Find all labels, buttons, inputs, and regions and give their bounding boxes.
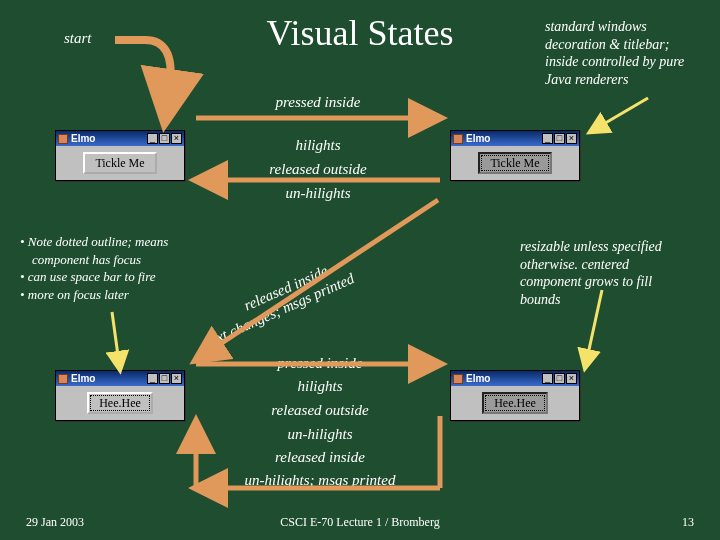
window-title: Elmo: [466, 373, 490, 384]
tickle-button-pressed[interactable]: Tickle Me: [478, 152, 551, 174]
minimize-button[interactable]: _: [542, 373, 553, 384]
note-line: • more on focus later: [20, 286, 210, 304]
window-title: Elmo: [71, 133, 95, 144]
window-heehee-left: Elmo _ □ × Hee.Hee: [55, 370, 185, 421]
heehee-button-pressed[interactable]: Hee.Hee: [482, 392, 548, 414]
note-line: • Note dotted outline; means: [20, 233, 210, 251]
titlebar[interactable]: Elmo _ □ ×: [451, 371, 579, 386]
window-title: Elmo: [466, 133, 490, 144]
annotation-released-outside: released outside: [253, 161, 383, 178]
note-line: component has focus: [20, 251, 210, 269]
close-button[interactable]: ×: [171, 133, 182, 144]
annotation2-released-outside: released outside: [250, 402, 390, 419]
close-button[interactable]: ×: [171, 373, 182, 384]
maximize-button[interactable]: □: [159, 133, 170, 144]
maximize-button[interactable]: □: [554, 133, 565, 144]
start-label: start: [64, 30, 92, 47]
svg-line-7: [590, 98, 648, 132]
java-icon: [58, 374, 68, 384]
annotation-top-right: standard windows decoration & titlebar; …: [545, 18, 690, 88]
annotation2-unhilights: un-hilights: [250, 426, 390, 443]
minimize-button[interactable]: _: [542, 133, 553, 144]
annotation-unhilights: un-hilights: [253, 185, 383, 202]
minimize-button[interactable]: _: [147, 373, 158, 384]
java-icon: [58, 134, 68, 144]
annotation-mid-right: resizable unless specified otherwise. ce…: [520, 238, 690, 308]
maximize-button[interactable]: □: [554, 373, 565, 384]
note-line: • can use space bar to fire: [20, 268, 210, 286]
window-heehee-right: Elmo _ □ × Hee.Hee: [450, 370, 580, 421]
footer-page: 13: [682, 515, 694, 530]
heehee-button[interactable]: Hee.Hee: [87, 392, 153, 414]
window-title: Elmo: [71, 373, 95, 384]
close-button[interactable]: ×: [566, 373, 577, 384]
footer-center: CSCI E-70 Lecture 1 / Bromberg: [0, 515, 720, 530]
titlebar[interactable]: Elmo _ □ ×: [451, 131, 579, 146]
java-icon: [453, 134, 463, 144]
annotation2-final: un-hilights; msgs printed: [220, 472, 420, 489]
titlebar[interactable]: Elmo _ □ ×: [56, 131, 184, 146]
minimize-button[interactable]: _: [147, 133, 158, 144]
svg-line-9: [112, 312, 120, 370]
window-hilighted: Elmo _ □ × Tickle Me: [450, 130, 580, 181]
window-start: Elmo _ □ × Tickle Me: [55, 130, 185, 181]
annotation2-hilights: hilights: [250, 378, 390, 395]
java-icon: [453, 374, 463, 384]
annotation2-pressed: pressed inside: [250, 355, 390, 372]
tickle-button[interactable]: Tickle Me: [83, 152, 156, 174]
annotation-hilights: hilights: [253, 137, 383, 154]
close-button[interactable]: ×: [566, 133, 577, 144]
maximize-button[interactable]: □: [159, 373, 170, 384]
titlebar[interactable]: Elmo _ □ ×: [56, 371, 184, 386]
focus-notes: • Note dotted outline; means component h…: [20, 233, 210, 303]
annotation2-released-inside: released inside: [250, 449, 390, 466]
annotation-pressed: pressed inside: [253, 94, 383, 111]
